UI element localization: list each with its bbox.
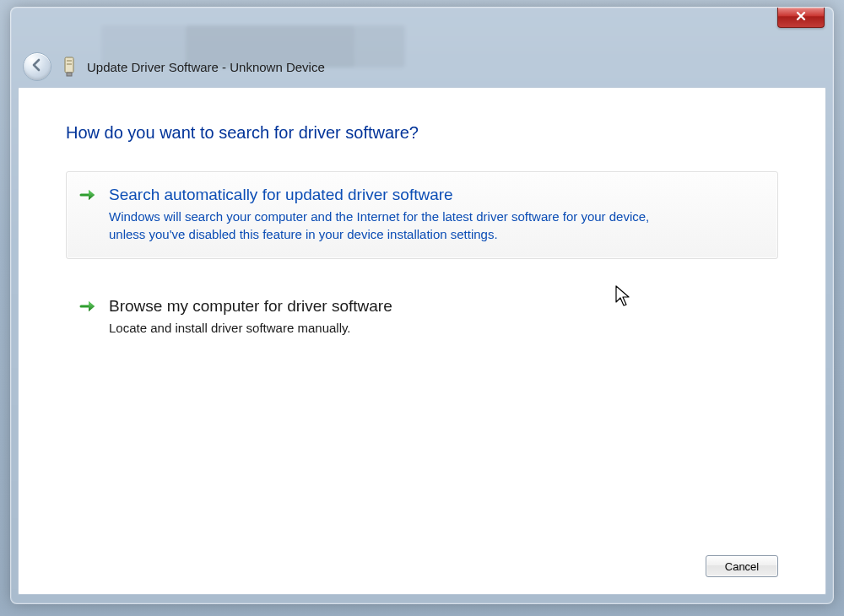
- close-icon: [795, 10, 807, 25]
- arrow-right-icon: [78, 186, 97, 204]
- page-heading: How do you want to search for driver sof…: [66, 123, 778, 143]
- window-title: Update Driver Software - Unknown Device: [87, 60, 325, 74]
- cancel-button[interactable]: Cancel: [706, 555, 778, 577]
- close-button[interactable]: [777, 8, 825, 28]
- back-button[interactable]: [23, 52, 51, 81]
- wizard-window-frame: Update Driver Software - Unknown Device …: [10, 7, 834, 604]
- arrow-left-icon: [30, 57, 45, 76]
- button-label: Cancel: [725, 560, 759, 573]
- wizard-header: Update Driver Software - Unknown Device: [18, 50, 826, 84]
- arrow-right-icon: [78, 297, 97, 316]
- option-description: Locate and install driver software manua…: [109, 319, 683, 337]
- device-icon: [60, 56, 78, 78]
- option-browse-computer[interactable]: Browse my computer for driver software L…: [66, 283, 778, 353]
- option-title: Browse my computer for driver software: [109, 295, 760, 317]
- svg-rect-0: [65, 57, 73, 73]
- option-search-automatically[interactable]: Search automatically for updated driver …: [66, 171, 778, 259]
- wizard-footer: Cancel: [66, 547, 778, 577]
- wizard-client-area: How do you want to search for driver sof…: [18, 87, 826, 595]
- options-list: Search automatically for updated driver …: [66, 171, 778, 547]
- svg-rect-1: [67, 73, 72, 76]
- option-description: Windows will search your computer and th…: [109, 208, 683, 243]
- option-title: Search automatically for updated driver …: [109, 184, 760, 206]
